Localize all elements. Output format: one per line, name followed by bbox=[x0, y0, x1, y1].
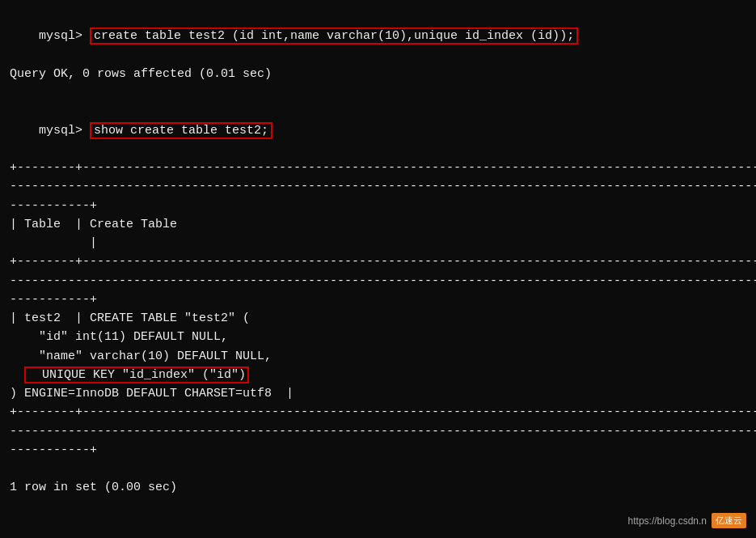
watermark-url: https://blog.csdn.n bbox=[628, 515, 707, 527]
watermark-badge: 亿速云 bbox=[712, 513, 746, 528]
blank-line-1 bbox=[10, 83, 746, 102]
command-line-2: mysql> show create table test2; bbox=[10, 102, 746, 159]
separator-3: +--------+------------------------------… bbox=[10, 403, 746, 422]
row-count: 1 row in set (0.00 sec) bbox=[10, 478, 746, 497]
separator-1b: ----------------------------------------… bbox=[10, 177, 746, 196]
create-table-cmd: create table test2 (id int,name varchar(… bbox=[90, 28, 578, 44]
data-row-1: | test2 | CREATE TABLE "test2" ( bbox=[10, 309, 746, 328]
prompt-1: mysql> bbox=[39, 29, 90, 43]
query-result-1: Query OK, 0 rows affected (0.01 sec) bbox=[10, 65, 746, 83]
separator-1c: -----------+ bbox=[10, 197, 746, 215]
data-row-2: "id" int(11) DEFAULT NULL, bbox=[10, 328, 746, 346]
blank-line-2 bbox=[10, 460, 746, 478]
command-line-1: mysql> create table test2 (id int,name v… bbox=[10, 8, 746, 65]
prompt-2: mysql> bbox=[39, 124, 90, 138]
separator-2c: -----------+ bbox=[10, 290, 746, 309]
data-row-4: UNIQUE KEY "id_index" ("id") bbox=[10, 366, 746, 384]
data-row-3: "name" varchar(10) DEFAULT NULL, bbox=[10, 347, 746, 366]
separator-2: +--------+------------------------------… bbox=[10, 252, 746, 271]
separator-2b: ----------------------------------------… bbox=[10, 272, 746, 290]
watermark: https://blog.csdn.n 亿速云 bbox=[628, 513, 746, 528]
header-pipe: | bbox=[10, 234, 746, 252]
table-header: | Table | Create Table bbox=[10, 215, 746, 234]
terminal-window: mysql> create table test2 (id int,name v… bbox=[0, 0, 756, 538]
separator-3b: ----------------------------------------… bbox=[10, 422, 746, 441]
separator-3c: -----------+ bbox=[10, 441, 746, 460]
unique-key-highlight: UNIQUE KEY "id_index" ("id") bbox=[24, 366, 249, 383]
data-row-5: ) ENGINE=InnoDB DEFAULT CHARSET=utf8 | bbox=[10, 384, 746, 403]
separator-1: +--------+------------------------------… bbox=[10, 159, 746, 177]
show-create-cmd: show create table test2; bbox=[90, 122, 272, 139]
